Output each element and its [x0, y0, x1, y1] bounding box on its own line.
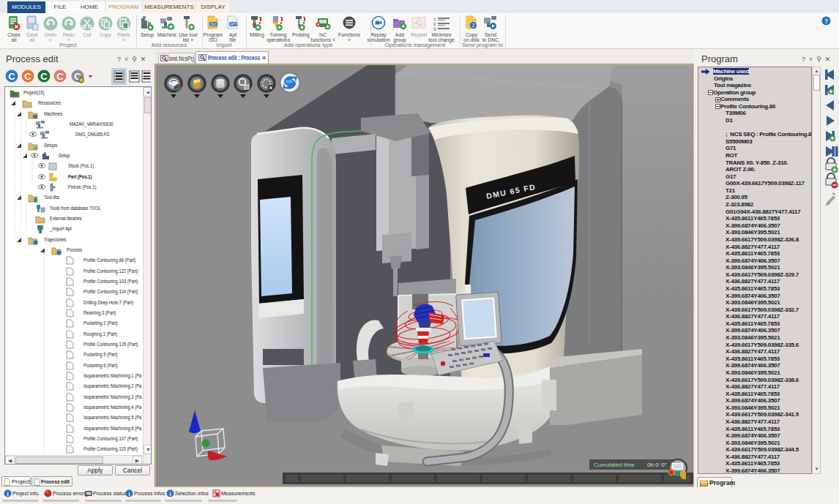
svg-text:0h 0' 0": 0h 0' 0" — [647, 462, 667, 468]
svg-text:APT: APT — [230, 23, 236, 26]
svg-text:1: 1 — [433, 17, 436, 21]
svg-text:C: C — [8, 71, 15, 82]
svg-text:C: C — [40, 71, 48, 82]
svg-text:C: C — [56, 71, 64, 82]
svg-text:2: 2 — [433, 22, 436, 26]
svg-text:?: ? — [824, 18, 828, 25]
svg-text:C: C — [24, 71, 31, 82]
svg-text:Cumulated time: Cumulated time — [594, 462, 635, 468]
